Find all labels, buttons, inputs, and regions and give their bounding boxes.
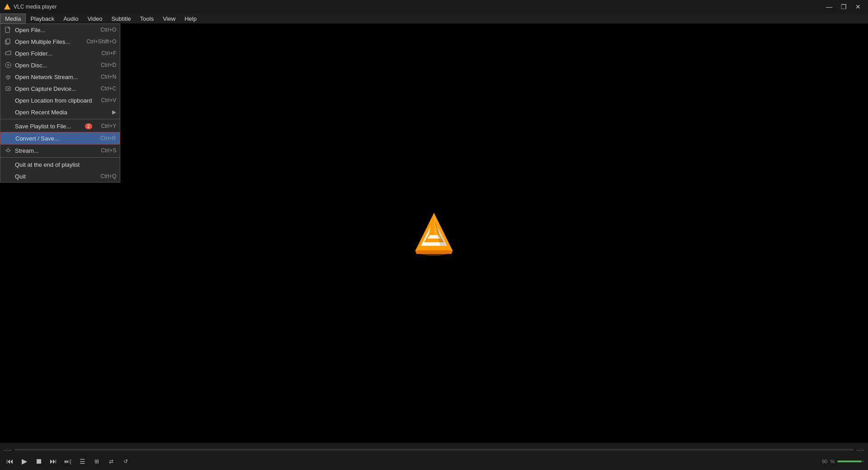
menu-item-view[interactable]: View [158, 14, 180, 24]
volume-percent: % [830, 459, 835, 464]
open-disc-label: Open Disc... [15, 62, 92, 69]
open-capture-shortcut: Ctrl+C [101, 85, 116, 92]
svg-point-6 [5, 62, 11, 68]
time-elapsed: --:-- [4, 447, 12, 452]
open-file-label: Open File... [15, 27, 91, 33]
close-button[interactable]: ✕ [852, 2, 864, 11]
volume-label: 90 [822, 459, 827, 464]
submenu-arrow: ▶ [112, 109, 116, 115]
extended-settings-button[interactable]: ⊞ [90, 456, 103, 466]
time-total: --:-- [856, 447, 864, 452]
menu-bar: Media Playback Audio Video Subtitle Tool… [0, 14, 868, 24]
menu-item-tools[interactable]: Tools [136, 14, 158, 24]
playlist-button[interactable]: ☰ [76, 456, 89, 466]
controls-bar: --:-- --:-- ⏮ ▶ ⏹ ⏭ ⏭| ☰ ⊞ ⇄ ↺ 90 % [0, 443, 868, 470]
vlc-logo [411, 211, 457, 256]
capture-icon [4, 85, 12, 93]
svg-rect-3 [5, 27, 9, 33]
main-video-area [0, 24, 868, 443]
menu-open-location[interactable]: Open Location from clipboard Ctrl+V [0, 94, 120, 106]
save-playlist-shortcut: Ctrl+Y [101, 123, 117, 129]
quit-playlist-icon [4, 160, 12, 169]
menu-open-folder[interactable]: Open Folder... Ctrl+F [0, 47, 120, 59]
stop-button[interactable]: ⏹ [33, 456, 45, 466]
menu-open-network[interactable]: Open Network Stream... Ctrl+N [0, 71, 120, 83]
save-icon [4, 122, 12, 130]
open-location-shortcut: Ctrl+V [101, 97, 117, 103]
convert-save-label: Convert / Save... [15, 135, 91, 142]
open-network-label: Open Network Stream... [15, 74, 92, 80]
menu-item-subtitle[interactable]: Subtitle [107, 14, 135, 24]
disc-icon [4, 61, 12, 69]
clipboard-icon [4, 96, 12, 104]
open-multiple-label: Open Multiple Files... [15, 38, 77, 45]
menu-open-file[interactable]: Open File... Ctrl+O [0, 24, 120, 36]
open-folder-shortcut: Ctrl+F [101, 50, 116, 56]
menu-item-playback[interactable]: Playback [26, 14, 59, 24]
svg-rect-5 [6, 39, 10, 43]
shuffle-button[interactable]: ⇄ [105, 456, 118, 466]
loop-button[interactable]: ↺ [119, 456, 132, 466]
progress-row: --:-- --:-- [4, 447, 864, 452]
menu-item-help[interactable]: Help [180, 14, 201, 24]
open-location-label: Open Location from clipboard [15, 97, 92, 104]
controls-row: ⏮ ▶ ⏹ ⏭ ⏭| ☰ ⊞ ⇄ ↺ 90 % [4, 456, 864, 466]
file-icon [4, 26, 12, 34]
app-icon [4, 3, 11, 10]
open-network-shortcut: Ctrl+N [101, 74, 116, 80]
menu-open-capture[interactable]: Open Capture Device... Ctrl+C [0, 83, 120, 94]
menu-open-recent[interactable]: Open Recent Media ▶ [0, 106, 120, 118]
frame-advance-button[interactable]: ⏭| [61, 456, 74, 466]
separator-1 [0, 119, 120, 119]
window-title: VLC media player [14, 4, 57, 10]
quit-shortcut: Ctrl+Q [100, 173, 116, 179]
volume-track[interactable] [837, 461, 864, 462]
svg-rect-21 [416, 250, 452, 254]
stream-shortcut: Ctrl+S [101, 147, 117, 154]
minimize-button[interactable]: — [823, 2, 835, 11]
menu-save-playlist[interactable]: Save Playlist to File... 2 Ctrl+Y [0, 120, 120, 132]
menu-quit-playlist[interactable]: Quit at the end of playlist [0, 159, 120, 170]
svg-point-11 [7, 149, 9, 152]
quit-icon [4, 172, 12, 180]
network-icon [4, 73, 12, 81]
open-disc-shortcut: Ctrl+D [101, 62, 116, 68]
menu-open-disc[interactable]: Open Disc... Ctrl+D [0, 59, 120, 71]
menu-item-video[interactable]: Video [83, 14, 107, 24]
convert-icon [5, 134, 13, 142]
menu-quit[interactable]: Quit Ctrl+Q [0, 170, 120, 182]
open-capture-label: Open Capture Device... [15, 85, 92, 92]
playlist-badge: 2 [85, 123, 92, 129]
progress-track[interactable] [14, 449, 854, 451]
save-playlist-label: Save Playlist to File... [15, 123, 83, 130]
menu-stream[interactable]: Stream... Ctrl+S [0, 145, 120, 156]
menu-open-multiple-files[interactable]: Open Multiple Files... Ctrl+Shift+O [0, 36, 120, 47]
convert-save-shortcut: Ctrl+R [100, 135, 116, 141]
quit-label: Quit [15, 173, 91, 180]
playback-controls: ⏮ ▶ ⏹ ⏭ ⏭| ☰ ⊞ ⇄ ↺ [4, 456, 132, 466]
open-multiple-shortcut: Ctrl+Shift+O [86, 38, 116, 45]
open-file-shortcut: Ctrl+O [100, 27, 116, 33]
open-recent-label: Open Recent Media [15, 109, 112, 116]
volume-section: 90 % [822, 459, 864, 464]
title-bar: VLC media player — ❐ ✕ [0, 0, 868, 14]
previous-button[interactable]: ⏮ [4, 456, 16, 466]
folder-icon [4, 49, 12, 57]
separator-2 [0, 157, 120, 158]
next-button[interactable]: ⏭ [47, 456, 60, 466]
stream-label: Stream... [15, 147, 92, 154]
svg-marker-10 [8, 88, 9, 89]
multiple-files-icon [4, 38, 12, 46]
quit-playlist-label: Quit at the end of playlist [15, 161, 116, 168]
recent-icon [4, 108, 12, 116]
media-dropdown-menu: Open File... Ctrl+O Open Multiple Files.… [0, 24, 120, 183]
menu-item-audio[interactable]: Audio [59, 14, 83, 24]
svg-point-8 [8, 79, 9, 80]
svg-point-7 [8, 65, 9, 66]
menu-item-media[interactable]: Media [0, 14, 26, 24]
stream-icon [4, 146, 12, 155]
maximize-button[interactable]: ❐ [837, 2, 850, 11]
menu-convert-save[interactable]: Convert / Save... Ctrl+R [0, 132, 120, 145]
open-folder-label: Open Folder... [15, 50, 92, 57]
play-button[interactable]: ▶ [18, 456, 31, 466]
